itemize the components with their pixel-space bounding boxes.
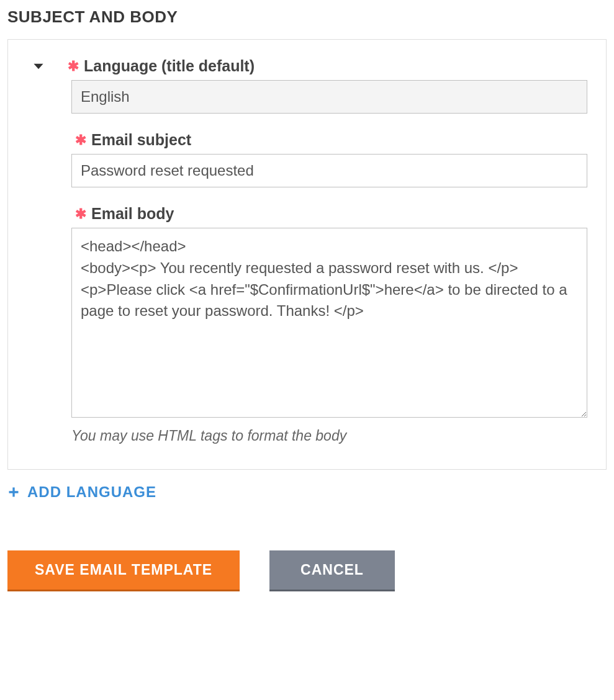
plus-icon bbox=[7, 486, 20, 498]
language-field-block: ✱ Language (title default) bbox=[27, 57, 587, 114]
add-language-button[interactable]: ADD LANGUAGE bbox=[7, 483, 156, 501]
chevron-down-icon[interactable] bbox=[27, 58, 64, 74]
add-language-label: ADD LANGUAGE bbox=[27, 483, 156, 501]
cancel-button[interactable]: CANCEL bbox=[269, 550, 395, 591]
body-field-block: ✱ Email body You may use HTML tags to fo… bbox=[27, 205, 587, 444]
required-asterisk-icon: ✱ bbox=[75, 207, 86, 221]
body-textarea[interactable] bbox=[71, 228, 587, 418]
required-asterisk-icon: ✱ bbox=[68, 60, 79, 73]
subject-body-panel: ✱ Language (title default) ✱ Email subje… bbox=[7, 39, 607, 470]
subject-input[interactable] bbox=[71, 154, 587, 187]
language-label: Language (title default) bbox=[84, 57, 255, 75]
section-title: SUBJECT AND BODY bbox=[7, 7, 607, 27]
language-input[interactable] bbox=[71, 80, 587, 114]
required-asterisk-icon: ✱ bbox=[75, 133, 86, 147]
body-hint: You may use HTML tags to format the body bbox=[71, 428, 346, 444]
subject-field-block: ✱ Email subject bbox=[27, 131, 587, 187]
subject-label: Email subject bbox=[91, 131, 191, 149]
save-button[interactable]: SAVE EMAIL TEMPLATE bbox=[7, 550, 240, 591]
body-label: Email body bbox=[91, 205, 174, 223]
